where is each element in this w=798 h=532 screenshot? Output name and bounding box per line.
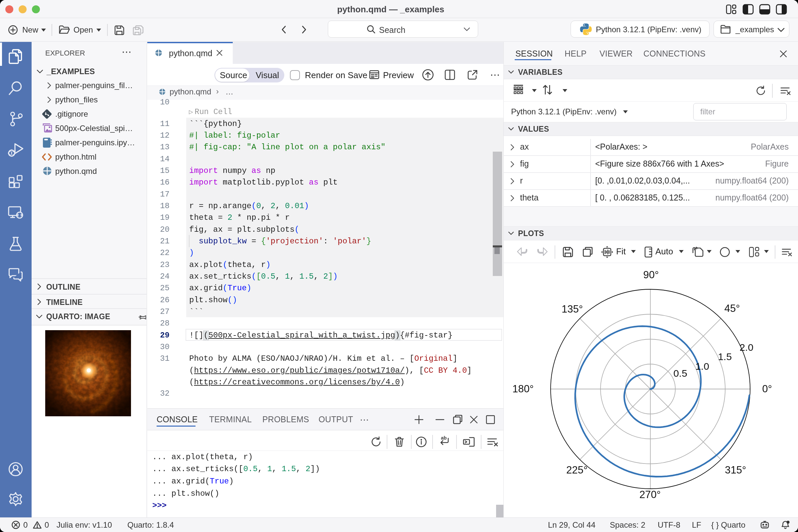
svg-text:180°: 180° xyxy=(512,383,534,395)
svg-text:2.0: 2.0 xyxy=(740,342,754,353)
svg-text:135°: 135° xyxy=(562,303,583,315)
svg-text:1.0: 1.0 xyxy=(695,361,709,372)
svg-text:270°: 270° xyxy=(640,489,661,500)
svg-text:ab: ab xyxy=(441,436,447,440)
svg-text:1.5: 1.5 xyxy=(718,351,732,362)
svg-text:0°: 0° xyxy=(762,383,772,395)
svg-text:90°: 90° xyxy=(643,269,659,281)
svg-text:0.5: 0.5 xyxy=(673,368,687,379)
svg-text:225°: 225° xyxy=(566,464,588,476)
svg-text:315°: 315° xyxy=(725,464,746,476)
svg-text:45°: 45° xyxy=(724,303,740,314)
